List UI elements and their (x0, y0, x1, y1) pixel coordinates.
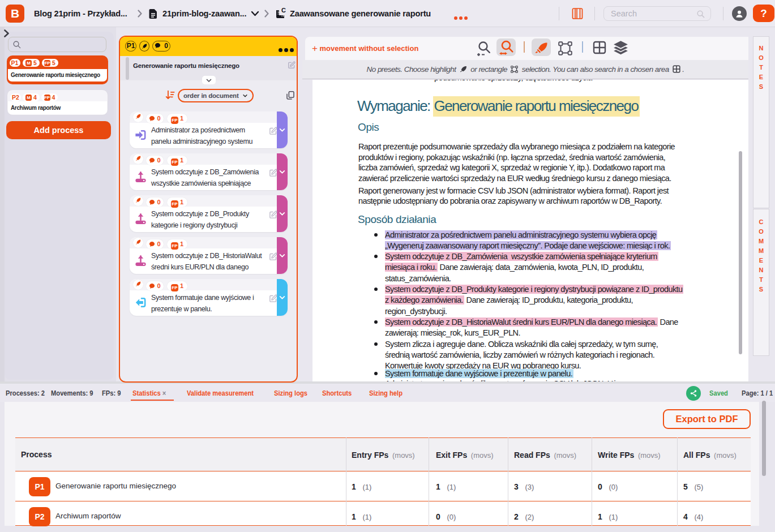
svg-text:C: C (281, 7, 286, 14)
